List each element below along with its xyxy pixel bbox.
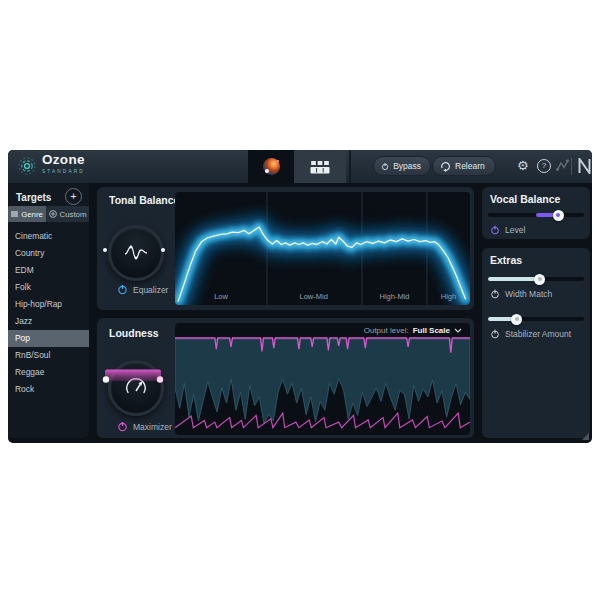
genre-list: CinematicCountryEDMFolkHip-hop/RapJazzPo… bbox=[8, 228, 89, 398]
window-resize-handle[interactable] bbox=[582, 433, 589, 440]
equalizer-label: Equalizer bbox=[133, 285, 168, 295]
band-label-high: High bbox=[441, 292, 456, 301]
level-slider[interactable] bbox=[488, 209, 584, 221]
output-level-label: Output level: bbox=[364, 326, 409, 335]
slider-fill bbox=[488, 277, 540, 281]
relearn-label: Relearn bbox=[455, 161, 485, 171]
tab-signal-chain[interactable] bbox=[294, 150, 346, 183]
sidebar-item-hip-hop-rap[interactable]: Hip-hop/Rap bbox=[8, 296, 89, 313]
settings-gear-icon[interactable]: ⚙ bbox=[517, 159, 529, 173]
loudness-history-chart bbox=[175, 323, 470, 435]
assistant-orb-icon bbox=[263, 158, 280, 175]
extras-title: Extras bbox=[490, 254, 522, 266]
loudness-title: Loudness bbox=[109, 327, 159, 339]
relearn-button[interactable]: Relearn bbox=[432, 156, 496, 176]
tab-assistant[interactable] bbox=[248, 150, 294, 183]
stabilizer-power-row: Stabilizer Amount bbox=[490, 329, 571, 339]
extras-panel: Extras Width Match Stabilizer Amount bbox=[482, 248, 590, 438]
bypass-button[interactable]: Bypass bbox=[373, 156, 431, 176]
sidebar-title: Targets bbox=[16, 192, 51, 203]
vocal-balance-title: Vocal Balance bbox=[490, 193, 560, 205]
topbar-right-divider bbox=[571, 158, 572, 175]
eq-curve-icon bbox=[123, 243, 149, 263]
ozone-logo-icon bbox=[17, 156, 37, 176]
loudness-display: Output level: Full Scale bbox=[175, 323, 470, 435]
tab-custom-label: Custom bbox=[60, 210, 87, 219]
signal-flow-icon[interactable] bbox=[556, 159, 569, 172]
sidebar-item-pop[interactable]: Pop bbox=[8, 330, 89, 347]
relearn-refresh-icon bbox=[440, 161, 451, 172]
sidebar-item-reggae[interactable]: Reggae bbox=[8, 364, 89, 381]
chevron-down-icon bbox=[454, 328, 462, 333]
maximizer-power-row: Maximizer bbox=[117, 421, 172, 432]
level-label: Level bbox=[505, 225, 525, 235]
slider-thumb[interactable] bbox=[553, 210, 564, 221]
targets-sidebar: Targets + Genre Custom CinematicCountryE… bbox=[8, 183, 89, 438]
equalizer-power-row: Equalizer bbox=[117, 284, 168, 295]
loudness-range-ribbon bbox=[102, 368, 164, 384]
tonal-balance-title: Tonal Balance bbox=[109, 194, 179, 206]
spectrum-curve-chart bbox=[175, 192, 470, 305]
tonal-balance-display: LowLow-MidHigh-MidHigh bbox=[175, 192, 470, 305]
add-target-button[interactable]: + bbox=[65, 188, 82, 205]
maximizer-power-icon[interactable] bbox=[117, 421, 128, 432]
sidebar-item-folk[interactable]: Folk bbox=[8, 279, 89, 296]
sidebar-item-country[interactable]: Country bbox=[8, 245, 89, 262]
help-icon[interactable]: ? bbox=[537, 159, 551, 173]
output-level-dropdown[interactable]: Output level: Full Scale bbox=[364, 326, 462, 335]
knob-min-dot bbox=[103, 248, 107, 252]
band-label-high-mid: High-Mid bbox=[379, 292, 409, 301]
sidebar-item-cinematic[interactable]: Cinematic bbox=[8, 228, 89, 245]
loudness-panel: Loudness Maximizer bbox=[97, 318, 474, 438]
band-label-low: Low bbox=[214, 292, 228, 301]
app-logo: Ozone STANDARD bbox=[42, 153, 85, 174]
slider-thumb[interactable] bbox=[511, 314, 522, 325]
module-chain-icon bbox=[310, 160, 330, 174]
maximizer-label: Maximizer bbox=[133, 422, 172, 432]
topbar-divider bbox=[349, 150, 351, 183]
add-circle-icon bbox=[49, 210, 57, 218]
level-power-icon[interactable] bbox=[490, 225, 500, 235]
bypass-label: Bypass bbox=[393, 161, 421, 171]
band-label-low-mid: Low-Mid bbox=[299, 292, 327, 301]
width-match-label: Width Match bbox=[505, 289, 552, 299]
top-bar: Ozone STANDARD Bypass bbox=[8, 150, 592, 183]
sidebar-item-edm[interactable]: EDM bbox=[8, 262, 89, 279]
tab-custom[interactable]: Custom bbox=[46, 206, 89, 222]
width-match-power-icon[interactable] bbox=[490, 289, 500, 299]
power-icon bbox=[381, 161, 389, 172]
equalizer-power-icon[interactable] bbox=[117, 284, 128, 295]
app-title: Ozone bbox=[42, 153, 85, 167]
tab-genre-label: Genre bbox=[21, 210, 43, 219]
width-match-slider[interactable] bbox=[488, 273, 584, 285]
sidebar-item-jazz[interactable]: Jazz bbox=[8, 313, 89, 330]
equalizer-knob[interactable] bbox=[108, 225, 164, 281]
stabilizer-amount-slider[interactable] bbox=[488, 313, 584, 325]
list-icon bbox=[11, 211, 18, 217]
level-power-row: Level bbox=[490, 225, 525, 235]
ozone-plugin-window: Ozone STANDARD Bypass bbox=[8, 150, 592, 443]
vocal-balance-panel: Vocal Balance Level bbox=[482, 187, 590, 239]
target-tabs: Genre Custom bbox=[8, 206, 89, 222]
sidebar-item-rock[interactable]: Rock bbox=[8, 381, 89, 398]
app-edition: STANDARD bbox=[42, 170, 85, 175]
stabilizer-label: Stabilizer Amount bbox=[505, 329, 571, 339]
output-level-value: Full Scale bbox=[413, 326, 450, 335]
stabilizer-power-icon[interactable] bbox=[490, 329, 500, 339]
izotope-logo-icon bbox=[577, 158, 592, 174]
slider-thumb[interactable] bbox=[534, 274, 545, 285]
tonal-balance-panel: Tonal Balance Equalizer LowLow-MidHigh-M… bbox=[97, 187, 474, 310]
width-match-power-row: Width Match bbox=[490, 289, 552, 299]
tab-genre[interactable]: Genre bbox=[8, 206, 46, 222]
knob-max-dot bbox=[161, 248, 165, 252]
sidebar-item-rnb-soul[interactable]: RnB/Soul bbox=[8, 347, 89, 364]
